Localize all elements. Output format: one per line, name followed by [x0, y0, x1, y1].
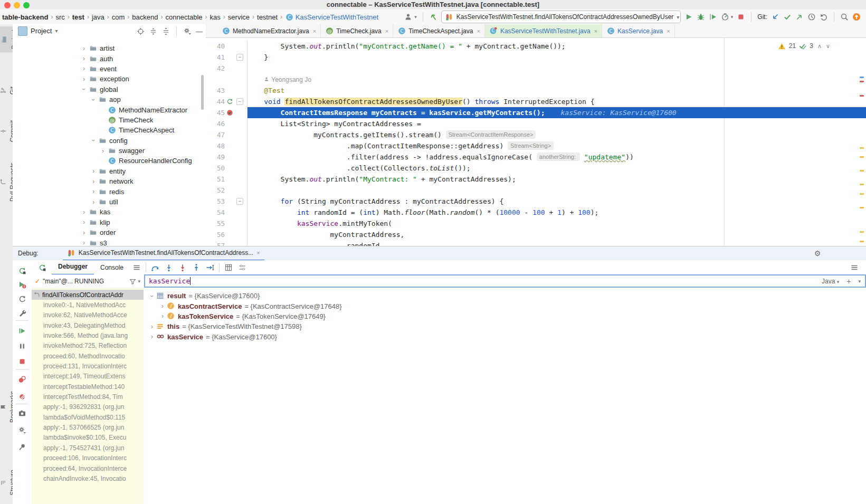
chevron-down-icon[interactable]: ▾: [138, 279, 140, 284]
tab-methodnameextractor-java[interactable]: CMethodNameExtractor.java×: [217, 24, 321, 37]
error-stripe-mark[interactable]: [860, 156, 864, 158]
step-into-icon[interactable]: [165, 263, 173, 272]
code-line-42[interactable]: 42: [206, 63, 866, 74]
get-thread-dump-icon[interactable]: [18, 409, 26, 417]
modify-run-config-icon[interactable]: [18, 309, 26, 317]
code-line-53[interactable]: 53−for (String myContractAddress : myCon…: [206, 196, 866, 207]
tab-timecheckaspect-java[interactable]: CTimeCheckAspect.java×: [393, 24, 485, 37]
frame-row[interactable]: lambda$invoke$0:105, Execu: [32, 433, 144, 443]
variable-row-kasContractService[interactable]: ›fkasContractService= {KasContractServic…: [144, 301, 866, 311]
ide-update-badge-icon[interactable]: [852, 13, 861, 21]
expand-all-icon[interactable]: [149, 27, 157, 35]
frame-row[interactable]: proceed:131, InvocationInterc: [32, 361, 144, 371]
chevron-right-icon[interactable]: ›: [158, 312, 167, 320]
prev-issue-icon[interactable]: ∧: [817, 43, 822, 50]
code-line-46[interactable]: 46List<String> myContractAddresses =: [206, 118, 866, 129]
error-stripe-mark[interactable]: [860, 81, 864, 82]
inspections-widget[interactable]: 21 3 ∧ ∨: [778, 42, 830, 50]
trace-settings-icon[interactable]: [238, 263, 246, 272]
frame-row[interactable]: apply:-1, 754527431 (org.jun: [32, 443, 144, 453]
code-line-47[interactable]: 47myContracts.getItems().stream() Stream…: [206, 129, 866, 140]
error-stripe-mark[interactable]: [860, 207, 864, 208]
frame-row[interactable]: proceed:64, InvocationInterce: [32, 463, 144, 473]
rerun-debug-icon[interactable]: [38, 263, 46, 272]
evaluate-expression-icon[interactable]: [224, 263, 233, 272]
chevron-down-icon[interactable]: ›: [148, 292, 156, 300]
pause-program-icon[interactable]: [18, 342, 26, 350]
frame-row[interactable]: invoke:566, Method (java.lang: [32, 330, 144, 340]
pin-tab-icon[interactable]: [18, 443, 26, 451]
close-icon[interactable]: ×: [385, 28, 388, 34]
error-stripe-mark[interactable]: [860, 193, 864, 195]
stop-process-icon[interactable]: [18, 357, 26, 366]
frame-row[interactable]: interceptTestableMethod:140: [32, 382, 144, 392]
sidebar-item-structure[interactable]: Structure: [0, 467, 13, 499]
tree-item-order[interactable]: ›order: [13, 227, 206, 237]
chevron-right-icon[interactable]: ›: [79, 208, 89, 216]
add-watch-icon[interactable]: +: [846, 277, 851, 286]
filter-funnel-icon[interactable]: [128, 277, 137, 286]
tree-item-auth[interactable]: ›auth: [13, 53, 206, 63]
tree-item-global[interactable]: ›global: [13, 84, 206, 94]
sidebar-item-bookmarks[interactable]: Bookmarks: [0, 388, 13, 426]
fold-icon[interactable]: −: [236, 98, 243, 105]
code-line-43[interactable]: 43@Test: [206, 85, 866, 96]
tree-item-swagger[interactable]: ›swagger: [13, 146, 206, 156]
tree-item-util[interactable]: ›util: [13, 197, 206, 207]
mute-breakpoints-icon[interactable]: [18, 393, 26, 401]
code-line-51[interactable]: 51System.out.println("MyContract: " + my…: [206, 174, 866, 185]
breadcrumb-item[interactable]: src: [55, 13, 64, 21]
tree-item-redis[interactable]: ›redis: [13, 186, 206, 196]
chevron-right-icon[interactable]: ›: [79, 239, 89, 246]
layout-settings-icon[interactable]: [850, 263, 859, 272]
tree-item-config[interactable]: ›config: [13, 136, 206, 146]
error-stripe-mark[interactable]: [860, 241, 864, 242]
tree-item-timecheckaspect[interactable]: CTimeCheckAspect: [13, 125, 206, 135]
breadcrumb-item[interactable]: java: [92, 13, 104, 21]
tree-item-exception[interactable]: ›exception: [13, 74, 206, 84]
code-line-author[interactable]: Yeongsang Jo: [206, 74, 866, 85]
chevron-down-icon[interactable]: ›: [89, 96, 98, 103]
code-line-49[interactable]: 49.filter(address -> !address.equalsIgno…: [206, 151, 866, 163]
tree-item-methodnameextractor[interactable]: CMethodNameExtractor: [13, 104, 206, 115]
debug-settings-gear-icon[interactable]: ⚙: [813, 249, 822, 258]
hide-panel-icon[interactable]: —: [196, 28, 203, 35]
frame-row[interactable]: invoke:62, NativeMethodAcce: [32, 310, 144, 320]
stop-icon[interactable]: [737, 13, 745, 21]
close-icon[interactable]: ×: [594, 28, 597, 34]
thread-selector[interactable]: ✓ "main"@... RUNNING ▾: [32, 274, 144, 289]
chevron-down-icon[interactable]: ›: [79, 85, 89, 93]
variable-row-kasService[interactable]: ›kasService= {KasService@17600}: [144, 332, 866, 342]
rerun-failed-tests-icon[interactable]: [18, 280, 26, 289]
close-icon[interactable]: ×: [667, 28, 670, 34]
error-stripe-mark[interactable]: [860, 147, 864, 149]
sidebar-item-commit[interactable]: Commit: [0, 117, 13, 145]
fold-icon[interactable]: −: [236, 54, 243, 61]
project-panel-title[interactable]: Project: [31, 27, 52, 35]
breakpoint-icon[interactable]: [226, 109, 234, 117]
force-step-into-icon[interactable]: [178, 263, 187, 272]
chevron-right-icon[interactable]: ›: [148, 323, 156, 330]
resume-program-icon[interactable]: [18, 327, 26, 335]
auto-rerun-icon[interactable]: [18, 294, 26, 303]
chevron-right-icon[interactable]: ›: [79, 229, 89, 236]
close-icon[interactable]: ×: [477, 28, 480, 34]
code-line-56[interactable]: 56myContractAddress,: [206, 229, 866, 240]
breadcrumb-item[interactable]: connectable: [165, 13, 202, 21]
tree-item-artist[interactable]: ›artist: [13, 43, 206, 53]
push-icon[interactable]: [795, 13, 804, 21]
chevron-right-icon[interactable]: ›: [89, 198, 98, 206]
close-icon[interactable]: ×: [256, 250, 260, 256]
code-area[interactable]: 40System.out.println("myContract.getName…: [206, 37, 866, 246]
run-with-coverage-icon[interactable]: [709, 13, 717, 21]
next-issue-icon[interactable]: ∨: [826, 43, 830, 50]
frame-row[interactable]: interceptTestMethod:84, Tim: [32, 392, 144, 402]
step-out-icon[interactable]: [192, 263, 201, 272]
code-line-54[interactable]: 54int randomId = (int) Math.floor(Math.r…: [206, 207, 866, 218]
chevron-right-icon[interactable]: ›: [89, 178, 98, 185]
code-line-50[interactable]: 50.collect(Collectors.toList());: [206, 163, 866, 174]
variable-row-this[interactable]: ›this= {KasServiceTestWithTestnet@17598}: [144, 321, 866, 331]
rerun-icon[interactable]: [18, 267, 26, 275]
frame-row[interactable]: proceed:60, MethodInvocatio: [32, 351, 144, 361]
breadcrumb-item[interactable]: test: [72, 13, 84, 21]
